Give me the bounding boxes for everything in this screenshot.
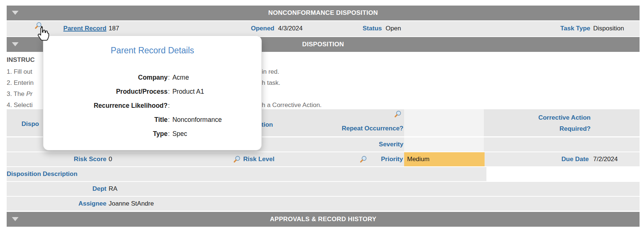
parent-record-value: 187 [109,24,119,33]
popup-field-product-process: Product/Process: Product A1 [51,86,254,97]
severity-value-cell[interactable] [404,137,484,152]
assignee-value: Joanne StAndre [109,199,154,209]
instruction-line-3-italic: Pr [26,90,33,97]
collapse-triangle-icon[interactable] [12,217,19,221]
parent-record-details-popup: Parent Record Details Company: Acme Prod… [43,36,261,150]
colon: : [168,86,170,97]
risk-score-label: Risk Score [74,154,106,164]
priority-label: Priority [381,154,403,164]
popup-field-label: Title [51,114,168,125]
instructions-heading: INSTRUC [7,55,35,65]
popup-field-value: Acme [172,72,189,83]
instruction-line-1-right: in red. [262,67,279,77]
risk-level-label: Risk Level [243,154,274,164]
magnifier-icon[interactable] [359,155,367,163]
opened-value: 4/3/2024 [278,24,303,33]
due-date-value: 7/2/2024 [593,154,618,164]
opened-label: Opened [251,24,274,33]
instruction-line-2-right: h task. [262,78,280,88]
colon: : [168,114,170,125]
second-column-header-fragment: tion [261,120,273,130]
nonconformance-disposition-form: NONCONFORMANCE DISPOSITION Parent Record… [0,0,644,233]
popup-field-title: Title: Nonconformance [51,114,254,125]
colon: : [168,72,170,83]
task-type-label: Task Type [560,24,590,33]
popup-field-label: Type [51,129,168,139]
popup-field-value: Nonconformance [172,114,222,125]
instruction-line-3-left: 3. The Pr [7,89,33,99]
colon: : [168,100,170,111]
corrective-action-required-header-line2: Required? [559,124,591,134]
disposition-description-text-area[interactable] [486,167,640,182]
dept-value: RA [109,184,118,194]
instruction-line-3-text: 3. The [7,90,26,97]
repeat-occurrence-header: Repeat Occurrence? [342,124,403,133]
popup-field-value: Product A1 [172,86,204,97]
popup-field-label: Recurrence Likelihood? [51,100,168,111]
section-bar-nonconformance-disposition: NONCONFORMANCE DISPOSITION [7,6,640,20]
collapse-triangle-icon[interactable] [12,11,19,15]
dept-label: Dept [92,184,106,194]
disposition-description-label: Disposition Description [7,169,77,179]
severity-label: Severity [379,140,403,149]
collapse-triangle-icon[interactable] [12,42,19,46]
status-label: Status [363,24,382,33]
colon: : [168,129,170,139]
corrective-action-required-header-line1: Corrective Action [538,113,591,123]
hand-pointer-cursor-icon [36,26,49,41]
priority-value: Medium [407,154,429,164]
assignee-label: Assignee [78,199,106,209]
magnifier-icon[interactable] [233,155,241,163]
section-title-disposition: DISPOSITION [302,41,344,48]
disposition-column-header-fragment: Dispo [22,119,39,129]
instruction-line-2-left: 2. Enterin [7,78,34,88]
instruction-line-4-left: 4. Selecti [7,100,33,110]
popup-field-label: Company [51,72,168,83]
popup-field-label: Product/Process [51,86,168,97]
grid-header-value-cell [404,109,484,136]
magnifier-icon[interactable] [394,110,402,118]
section-title-nonconformance-disposition: NONCONFORMANCE DISPOSITION [268,9,378,17]
popup-field-recurrence-likelihood: Recurrence Likelihood?: [51,100,254,111]
parent-record-link[interactable]: Parent Record [63,24,106,33]
popup-field-type: Type: Spec [51,129,254,139]
section-bar-approvals-record-history: APPROVALS & RECORD HISTORY [7,212,640,227]
section-title-approvals-record-history: APPROVALS & RECORD HISTORY [270,216,376,223]
popup-title: Parent Record Details [43,46,261,56]
instruction-line-1-left: 1. Fill out [7,67,32,77]
instruction-line-4-right: h a Corrective Action. [262,100,322,110]
risk-score-value: 0 [109,154,112,164]
due-date-label: Due Date [561,154,589,164]
popup-field-value: Spec [172,129,187,139]
status-value: Open [386,24,401,33]
popup-field-company: Company: Acme [51,72,254,83]
task-type-value: Disposition [593,24,624,33]
